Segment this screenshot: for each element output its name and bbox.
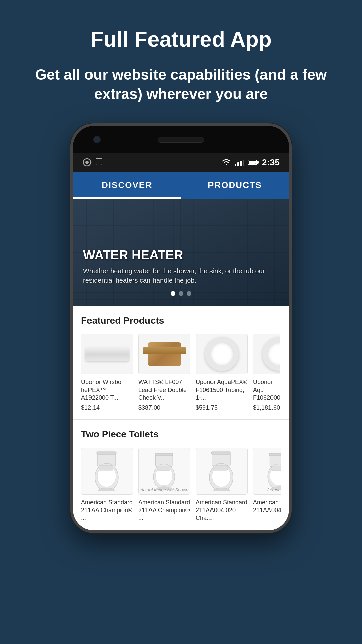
tubing-icon-2 (262, 337, 280, 371)
valve-icon (148, 342, 181, 366)
signal-icon (82, 158, 92, 167)
featured-products-title: Featured Products (81, 315, 281, 326)
hero-banner: WATER HEATER Whether heating water for t… (73, 199, 289, 306)
status-icons-right: 2:35 (221, 157, 280, 168)
page-subtitle: Get all our website capabilities (and a … (20, 65, 342, 103)
product-image-4 (253, 334, 280, 374)
svg-rect-22 (214, 465, 228, 470)
product-image-1 (81, 334, 133, 374)
svg-rect-18 (211, 452, 231, 454)
status-bar: 2:35 (73, 153, 289, 172)
toilet-image-4: Actual Ima... (253, 448, 281, 495)
product-name-3: Uponor AquaPEX® F1061500 Tubing, 1-... (196, 378, 248, 402)
hero-text-block: WATER HEATER Whether heating water for t… (83, 248, 279, 296)
volume-button (70, 193, 72, 213)
svg-rect-28 (272, 466, 281, 470)
svg-rect-16 (157, 466, 170, 470)
product-image-3 (196, 334, 248, 374)
actual-image-label-2: Actual Image Not Shown (139, 487, 190, 492)
page-wrapper: Full Featured App Get all our website ca… (0, 0, 362, 553)
power-button (290, 186, 292, 213)
product-price-1: $12.14 (81, 404, 133, 411)
phone-container: 2:35 DISCOVER PRODUCTS (0, 117, 362, 553)
svg-rect-12 (155, 453, 173, 455)
toilet-card-4[interactable]: Actual Ima... American S 211AA004... (253, 448, 281, 522)
product-price-2: $387.00 (138, 404, 190, 411)
toilet-image-3 (196, 448, 248, 495)
toilet-icon-1 (81, 448, 133, 494)
actual-image-label-4: Actual Ima... (253, 487, 281, 492)
toilet-card-3[interactable]: American Standard 211AA004.020 Cha... (196, 448, 248, 522)
tab-products[interactable]: PRODUCTS (181, 172, 289, 199)
status-icons-left (82, 158, 103, 167)
hero-dot-1[interactable] (171, 291, 175, 296)
svg-rect-24 (269, 453, 281, 455)
svg-rect-6 (97, 452, 116, 454)
toilet-card-2[interactable]: Actual Image Not Shown American Standard… (138, 448, 190, 522)
toilet-name-1: American Standard 211AA Champion® ... (81, 499, 133, 522)
product-name-2: WATTS® LF007 Lead Free Double Check V... (138, 378, 190, 402)
svg-rect-10 (99, 465, 113, 470)
page-header: Full Featured App Get all our website ca… (0, 0, 362, 117)
toilet-icon-3 (196, 448, 247, 494)
featured-products-section: Featured Products Uponor Wirsbo hePEX™ A… (73, 306, 289, 419)
phone-frame: 2:35 DISCOVER PRODUCTS (70, 123, 292, 533)
svg-point-1 (85, 161, 89, 164)
notification-icon (95, 158, 103, 167)
product-card-4[interactable]: Uponor Aqu F1062000... $1,181.60 (253, 334, 280, 411)
phone-top-bar (73, 126, 289, 153)
toilet-name-3: American Standard 211AA004.020 Cha... (196, 499, 248, 522)
tab-discover[interactable]: DISCOVER (73, 172, 181, 199)
product-image-2 (138, 334, 190, 374)
toilets-list: American Standard 211AA Champion® ... (81, 448, 281, 530)
product-price-3: $591.75 (196, 404, 248, 411)
hero-dot-3[interactable] (187, 291, 191, 296)
pipe-icon (85, 347, 129, 361)
product-name-4: Uponor Aqu F1062000... (253, 378, 280, 402)
hero-title: WATER HEATER (83, 248, 279, 262)
toilet-card-1[interactable]: American Standard 211AA Champion® ... (81, 448, 133, 522)
status-time: 2:35 (262, 157, 280, 168)
front-camera (93, 136, 101, 143)
toilets-section: Two Piece Toilets (73, 420, 289, 530)
tubing-icon (205, 337, 239, 371)
nav-tabs: DISCOVER PRODUCTS (73, 172, 289, 199)
signal-bars (235, 159, 244, 166)
toilet-image-1 (81, 448, 133, 495)
toilet-image-2: Actual Image Not Shown (138, 448, 190, 495)
product-price-4: $1,181.60 (253, 404, 280, 411)
hero-description: Whether heating water for the shower, th… (83, 266, 279, 285)
speaker-grill (158, 137, 204, 143)
product-card-2[interactable]: WATTS® LF007 Lead Free Double Check V...… (138, 334, 190, 411)
battery-icon (248, 160, 259, 165)
product-name-1: Uponor Wirsbo hePEX™ A1922000 T... (81, 378, 133, 402)
featured-products-list: Uponor Wirsbo hePEX™ A1922000 T... $12.1… (81, 334, 281, 419)
toilets-section-title: Two Piece Toilets (81, 429, 281, 440)
product-card-3[interactable]: Uponor AquaPEX® F1061500 Tubing, 1-... $… (196, 334, 248, 411)
product-card-1[interactable]: Uponor Wirsbo hePEX™ A1922000 T... $12.1… (81, 334, 133, 411)
toilet-name-4: American S 211AA004... (253, 499, 281, 515)
svg-rect-2 (96, 158, 102, 165)
hero-pagination-dots (83, 291, 279, 296)
toilet-name-2: American Standard 211AA Champion® ... (138, 499, 190, 522)
wifi-icon (221, 158, 231, 166)
hero-dot-2[interactable] (179, 291, 183, 296)
page-title: Full Featured App (20, 27, 342, 52)
